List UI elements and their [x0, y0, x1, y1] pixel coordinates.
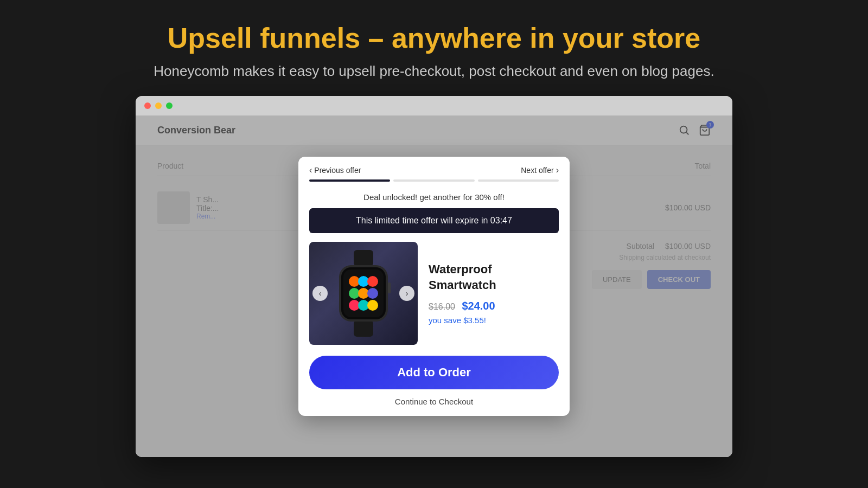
timer-bar: This limited time offer will expire in 0… [309, 208, 559, 233]
svg-point-10 [367, 276, 378, 287]
browser-chrome [136, 96, 732, 115]
chevron-right-icon: › [556, 165, 559, 175]
svg-point-13 [367, 288, 378, 299]
modal-overlay: ‹ Previous offer Next offer › Deal unloc… [136, 115, 732, 457]
store-content: Conversion Bear 1 Product Total [136, 115, 732, 457]
product-name: Waterproof Smartwatch [429, 262, 559, 293]
progress-bar-2 [393, 179, 474, 182]
smartwatch-svg [328, 250, 399, 337]
browser-dot-green [166, 102, 173, 109]
add-to-order-button[interactable]: Add to Order [309, 356, 559, 389]
page-title: Upsell funnels – anywhere in your store [11, 22, 857, 54]
page-subheading: Honeycomb makes it easy to upsell pre-ch… [11, 63, 857, 80]
product-savings: you save $3.55! [429, 316, 559, 325]
svg-rect-17 [388, 282, 391, 293]
price-original: $16.00 [429, 302, 455, 312]
product-pricing: $16.00 $24.00 [429, 300, 559, 312]
modal-nav: ‹ Previous offer Next offer › [298, 157, 570, 179]
progress-bar-1 [309, 179, 390, 182]
next-offer-button[interactable]: Next offer › [521, 165, 559, 175]
image-next-arrow[interactable]: › [399, 286, 414, 301]
title-gold: anywhere in your store [392, 22, 700, 54]
progress-bar-3 [478, 179, 559, 182]
browser-dot-red [144, 102, 151, 109]
svg-point-16 [367, 300, 378, 311]
svg-rect-4 [354, 320, 373, 337]
deal-text: Deal unlocked! get another for 30% off! [298, 190, 570, 208]
upsell-modal: ‹ Previous offer Next offer › Deal unloc… [298, 157, 570, 416]
browser-window: Conversion Bear 1 Product Total [136, 96, 732, 457]
browser-dot-yellow [155, 102, 162, 109]
product-image-container: ‹ › [309, 242, 418, 345]
title-white: Upsell funnels – [168, 22, 384, 54]
prev-offer-button[interactable]: ‹ Previous offer [309, 165, 361, 175]
chevron-left-icon: ‹ [309, 165, 312, 175]
product-details: Waterproof Smartwatch $16.00 $24.00 you … [429, 262, 559, 324]
product-area: ‹ › Waterproof Smartwatch $16.00 $24.00 … [298, 242, 570, 345]
progress-bars [298, 179, 570, 190]
price-sale: $24.00 [462, 300, 495, 312]
page-header: Upsell funnels – anywhere in your store … [0, 0, 868, 96]
next-offer-label: Next offer [521, 166, 553, 175]
image-prev-arrow[interactable]: ‹ [312, 286, 328, 301]
svg-rect-3 [354, 250, 373, 266]
prev-offer-label: Previous offer [314, 166, 361, 175]
continue-checkout-button[interactable]: Continue to Checkout [298, 397, 570, 416]
